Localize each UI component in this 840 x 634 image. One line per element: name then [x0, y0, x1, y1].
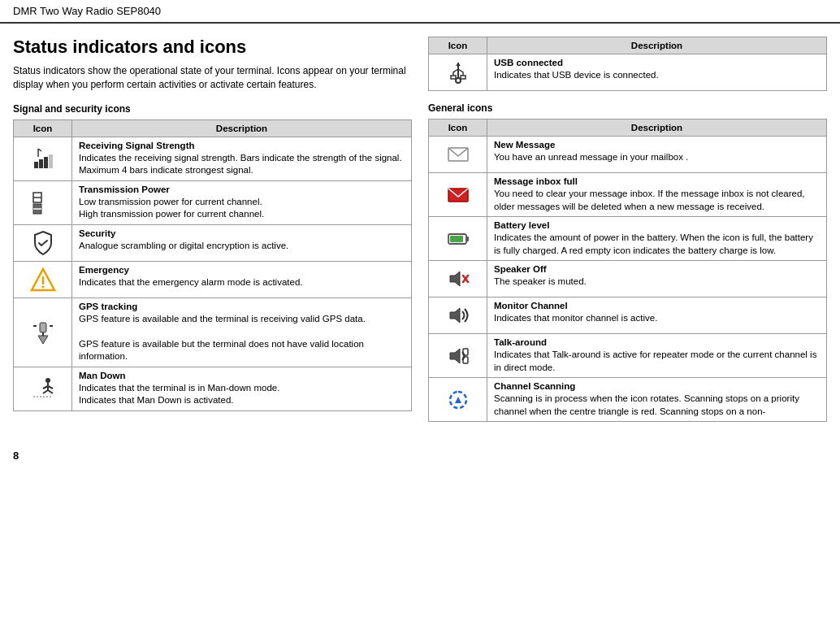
svg-rect-27 — [461, 76, 465, 79]
svg-line-21 — [43, 390, 48, 393]
table-row: New Message You have an unread message i… — [429, 137, 827, 173]
power-desc-cell: Transmission Power Low transmission powe… — [72, 180, 412, 224]
talkaround-body: Indicates that Talk-around is active for… — [494, 349, 820, 374]
scanning-icon — [435, 385, 480, 415]
table-row: Speaker Off The speaker is muted. — [429, 261, 827, 297]
monitor-icon — [435, 301, 480, 330]
table-row: GPS tracking GPS feature is available an… — [14, 297, 412, 367]
svg-point-25 — [456, 78, 461, 83]
table-row: USB connected Indicates that USB device … — [429, 54, 827, 91]
talkaround-title: Talk-around — [494, 337, 820, 347]
intro-text: Status indicators show the operational s… — [13, 64, 412, 92]
general-section-label: General icons — [428, 102, 827, 114]
svg-marker-33 — [450, 271, 460, 286]
svg-line-20 — [48, 390, 53, 393]
monitor-title: Monitor Channel — [494, 301, 820, 310]
svg-rect-3 — [39, 159, 43, 168]
table-row: Channel Scanning Scanning is in process … — [429, 378, 827, 422]
icon-cell — [429, 297, 487, 334]
icon-cell — [429, 137, 487, 173]
table-row: Man Down Indicates that the terminal is … — [14, 367, 412, 410]
table-row: Transmission Power Low transmission powe… — [14, 180, 412, 224]
general-table: Icon Description — [428, 119, 827, 422]
icon-cell — [429, 54, 487, 91]
talkaround-desc-cell: Talk-around Indicates that Talk-around i… — [487, 334, 827, 378]
usb-col-icon: Icon — [429, 37, 487, 54]
newmsg-title: New Message — [494, 140, 820, 150]
mandown-body: Indicates that the terminal is in Man-do… — [79, 382, 405, 407]
signal-col-icon: Icon — [14, 119, 72, 137]
talkaround-icon — [435, 341, 480, 371]
svg-marker-37 — [450, 349, 460, 363]
security-body: Analogue scrambling or digital encryptio… — [79, 240, 405, 253]
gps-body: GPS feature is available and the termina… — [79, 313, 405, 363]
mandown-title: Man Down — [79, 371, 405, 380]
svg-marker-40 — [455, 397, 461, 403]
svg-rect-2 — [34, 162, 38, 168]
gps-icon — [20, 318, 65, 347]
svg-point-12 — [41, 285, 44, 288]
icon-cell — [14, 137, 72, 180]
signal-table: Icon Description — [13, 119, 412, 411]
svg-rect-31 — [466, 237, 469, 241]
table-row: Battery level Indicates the amount of po… — [429, 217, 827, 261]
section-title: Status indicators and icons — [13, 37, 412, 58]
spkoff-icon — [435, 264, 480, 293]
mandown-icon — [20, 374, 65, 403]
scanning-title: Channel Scanning — [494, 381, 820, 391]
battery-body: Indicates the amount of power in the bat… — [494, 232, 820, 257]
msgfull-body: You need to clear your message inbox. If… — [494, 188, 820, 213]
usb-title: USB connected — [494, 58, 820, 67]
power-body: Low transmission power for current chann… — [79, 196, 405, 221]
svg-rect-13 — [40, 323, 46, 332]
scanning-body: Scanning is in process when the icon rot… — [494, 393, 820, 418]
icon-cell — [14, 261, 72, 297]
icon-cell — [429, 173, 487, 217]
security-title: Security — [79, 228, 405, 238]
icon-cell — [14, 224, 72, 261]
icon-cell — [14, 180, 72, 224]
left-column: Status indicators and icons Status indic… — [13, 37, 412, 433]
svg-rect-26 — [451, 76, 456, 79]
icon-cell — [429, 217, 487, 261]
signal-icon — [20, 144, 65, 173]
icon-cell — [429, 261, 487, 297]
signal-body: Indicates the receiving signal strength.… — [79, 152, 405, 177]
page-number: 8 — [0, 446, 840, 465]
usb-icon — [435, 58, 480, 87]
emergency-desc-cell: Emergency Indicates that the emergency a… — [72, 261, 412, 297]
gps-title: GPS tracking — [79, 302, 405, 311]
svg-marker-17 — [38, 336, 48, 344]
signal-desc-cell: Receiving Signal Strength Indicates the … — [72, 137, 412, 180]
spkoff-desc-cell: Speaker Off The speaker is muted. — [487, 261, 827, 297]
monitor-body: Indicates that monitor channel is active… — [494, 312, 820, 325]
battery-icon — [435, 224, 480, 254]
usb-col-desc: Description — [487, 37, 827, 54]
svg-rect-5 — [49, 154, 53, 168]
icon-cell — [429, 334, 487, 378]
msgfull-title: Message inbox full — [494, 176, 820, 186]
emergency-icon — [20, 265, 65, 294]
newmsg-icon — [435, 140, 480, 169]
msgfull-icon — [435, 180, 480, 210]
general-col-desc: Description — [487, 119, 827, 137]
svg-rect-4 — [44, 157, 48, 168]
svg-rect-32 — [450, 236, 463, 242]
battery-title: Battery level — [494, 220, 820, 230]
general-col-icon: Icon — [429, 119, 487, 137]
table-row: Talk-around Indicates that Talk-around i… — [429, 334, 827, 378]
security-icon — [20, 228, 65, 258]
icon-cell — [429, 378, 487, 422]
usb-desc-cell: USB connected Indicates that USB device … — [487, 54, 827, 91]
newmsg-desc-cell: New Message You have an unread message i… — [487, 137, 827, 173]
table-row: Emergency Indicates that the emergency a… — [14, 261, 412, 297]
table-row: Message inbox full You need to clear you… — [429, 173, 827, 217]
msgfull-desc-cell: Message inbox full You need to clear you… — [487, 173, 827, 217]
right-column: Icon Description — [428, 37, 827, 433]
icon-cell — [14, 297, 72, 367]
scanning-desc-cell: Channel Scanning Scanning is in process … — [487, 378, 827, 422]
newmsg-body: You have an unread message in your mailb… — [494, 151, 820, 164]
emergency-body: Indicates that the emergency alarm mode … — [79, 276, 405, 289]
icon-cell — [14, 367, 72, 410]
table-row: Receiving Signal Strength Indicates the … — [14, 137, 412, 180]
